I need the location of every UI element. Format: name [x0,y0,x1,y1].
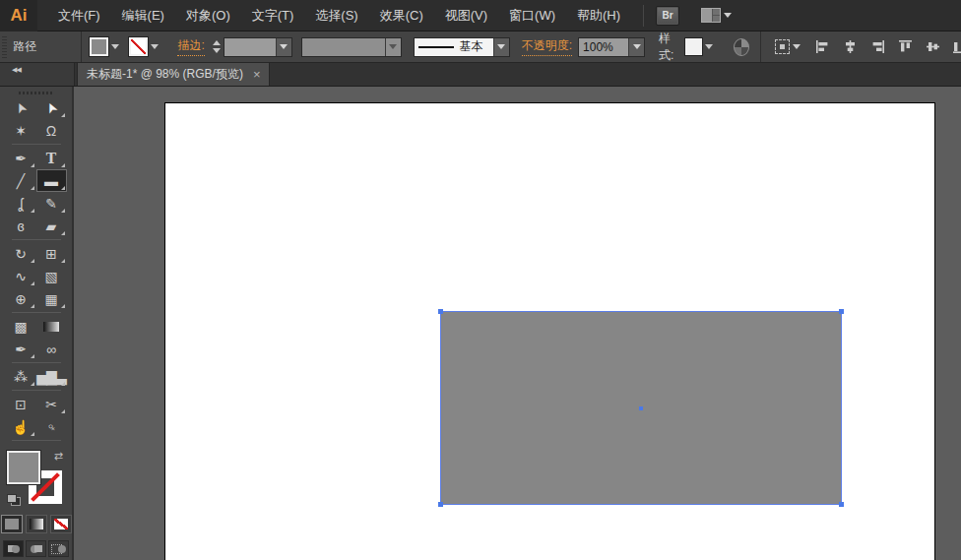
panel-grip[interactable] [19,91,54,95]
lasso-tool[interactable]: Ω [36,119,67,142]
stroke-panel-link[interactable]: 描边: [177,37,204,56]
selection-handle-top-left[interactable] [438,309,443,314]
toolbar-collapse-button[interactable]: ◀◀ [0,63,75,86]
opacity-dropdown[interactable] [628,38,644,56]
menu-edit[interactable]: 编辑(E) [111,0,175,31]
stroke-weight-combo[interactable] [224,37,292,57]
selection-handle-top-right[interactable] [839,309,844,314]
align-right-icon [870,39,885,54]
blend-tool[interactable]: ∞ [36,338,67,360]
mesh-tool[interactable]: ▩ [6,315,36,338]
document-tab[interactable]: 未标题-1* @ 98% (RGB/预览) × [77,63,270,86]
draw-inside-button[interactable] [48,540,69,557]
selection-handle-bottom-right[interactable] [839,502,844,507]
opacity-value-field[interactable]: 100% [579,38,628,56]
paintbrush-tool[interactable]: ʆ [6,192,36,215]
canvas[interactable] [74,87,961,560]
chevron-down-icon [633,44,641,49]
perspective-grid-tool[interactable]: ▦ [36,287,67,310]
brush-definition-field[interactable]: 基本 [415,38,493,56]
brush-definition-combo[interactable]: 基本 [414,37,510,57]
rectangle-tool[interactable]: ▬ [36,169,67,192]
chevron-down-icon [724,13,732,18]
direct-selection-tool[interactable]: ➤ [36,96,67,119]
menu-select[interactable]: 选择(S) [304,0,368,31]
opacity-combo[interactable]: 100% [578,37,645,57]
slice-tool[interactable]: ✂ [36,393,67,415]
pen-tool[interactable]: ✒ [6,147,36,169]
fill-indicator[interactable] [7,451,40,484]
selection-handle-bottom-left[interactable] [438,502,443,507]
default-fill-stroke-icon[interactable] [7,494,21,506]
fill-color-dropdown[interactable] [108,36,122,57]
style-swatch[interactable] [685,38,702,55]
menu-view[interactable]: 视图(V) [434,0,498,31]
menu-help[interactable]: 帮助(H) [566,0,631,31]
align-left-button[interactable] [815,39,830,54]
transform-menu[interactable] [775,39,801,54]
menu-effect[interactable]: 效果(C) [369,0,434,31]
shape-builder-tool[interactable]: ⊕ [6,287,36,310]
chevron-down-icon [705,44,713,49]
selected-rectangle[interactable] [440,311,842,505]
artboard-tool[interactable]: ⊡ [6,393,36,415]
draw-normal-button[interactable] [3,540,24,557]
close-icon[interactable]: × [253,68,261,81]
align-top-button[interactable] [898,39,913,54]
align-right-button[interactable] [870,39,885,54]
menu-type[interactable]: 文字(T) [241,0,305,31]
width-profile-field[interactable] [302,38,385,56]
workspace-switcher[interactable] [701,8,732,23]
menu-window[interactable]: 窗口(W) [498,0,566,31]
align-hcenter-icon [843,39,858,54]
align-bottom-button[interactable] [953,39,961,54]
workspace-layout-icon [701,8,721,23]
line-segment-tool[interactable]: ╱ [6,169,36,192]
eyedropper-tool[interactable]: ✒ [6,338,36,360]
recolor-artwork-icon[interactable] [734,38,749,56]
align-hcenter-button[interactable] [843,39,858,54]
selection-center-point[interactable] [639,406,643,410]
gradient-button[interactable] [26,515,47,533]
rotate-tool[interactable]: ↻ [6,242,36,265]
opacity-panel-link[interactable]: 不透明度: [522,37,572,56]
perspective-grid-tool-icon: ▦ [44,292,57,306]
type-tool[interactable]: T [36,147,67,169]
swap-fill-stroke-icon[interactable]: ⇄ [54,451,63,462]
align-vcenter-button[interactable] [926,39,940,54]
eraser-tool[interactable]: ▰ [36,215,67,237]
stroke-color-swatch[interactable] [129,37,148,56]
pencil-tool[interactable]: ✎ [36,192,67,215]
gradient-tool[interactable] [36,315,67,338]
width-profile-combo[interactable] [301,37,402,57]
zoom-tool[interactable]: ♀ [36,415,67,438]
selection-tool[interactable]: ➤ [6,96,36,119]
none-button[interactable] [50,515,72,533]
draw-behind-button[interactable] [26,540,46,557]
menu-file[interactable]: 文件(F) [47,0,111,31]
stroke-weight-dropdown[interactable] [276,38,291,56]
blob-brush-tool[interactable]: ɞ [6,215,36,237]
width-profile-dropdown[interactable] [385,38,401,56]
stroke-weight-field[interactable] [224,38,276,56]
style-dropdown[interactable] [702,36,716,57]
scale-tool[interactable]: ⊞ [36,242,67,265]
bridge-button[interactable]: Br [656,6,679,26]
artboard-tool-icon: ⊡ [15,398,27,411]
stroke-color-dropdown[interactable] [148,36,161,57]
menu-bar: Ai 文件(F) 编辑(E) 对象(O) 文字(T) 选择(S) 效果(C) 视… [0,0,961,31]
menu-object[interactable]: 对象(O) [175,0,241,31]
fill-color-swatch[interactable] [90,37,108,56]
brush-definition-dropdown[interactable] [493,38,509,56]
width-tool[interactable]: ∿ [6,265,36,287]
column-graph-tool[interactable]: ▅▇▃ [36,365,67,388]
artboard[interactable] [164,102,935,560]
panel-grip[interactable] [2,36,7,58]
magic-wand-tool[interactable]: ✶ [6,119,36,142]
stroke-weight-stepper[interactable] [213,40,221,53]
hand-tool[interactable]: ☝ [6,415,36,438]
symbol-sprayer-tool[interactable]: ⁂ [6,365,36,388]
tool-divider [12,362,61,363]
color-button[interactable] [1,515,23,533]
free-transform-tool[interactable]: ▧ [36,265,67,287]
